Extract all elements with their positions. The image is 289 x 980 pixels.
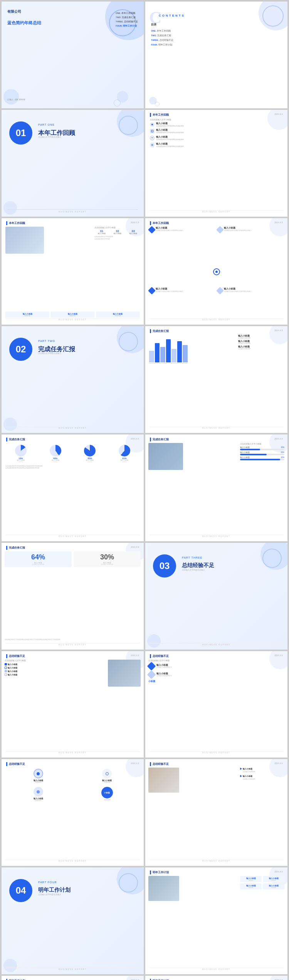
slide-title-18: 明年工作计划 <box>150 871 169 874</box>
slide-date-16: 20XX.X.X <box>274 762 283 764</box>
slides-grid: 有限公司 蓝色简约年终总结 汇报人：老K 20XX年 ONE. 本年工作回顾 T… <box>0 0 289 980</box>
slide-next-year-1: 明年工作计划 20XX.X.X 输入小标题 内容说明 输入小标题 内容说明 输入… <box>145 867 287 974</box>
bar-text-area: 输入小标题 点击输入内容说明 输入小标题 点击输入内容说明 输入小标题 点击输入… <box>238 335 284 351</box>
slide-title-9: 完成任务汇报 <box>6 438 25 441</box>
slide-date-14: 20XX.X.X <box>274 654 283 657</box>
bar-chart <box>149 335 188 364</box>
item-title-1: 输入小标题 <box>156 122 184 125</box>
slide-title-14: 总结经验不足 <box>150 654 169 658</box>
part-subtitle: 点击输入文字内容点击输入 <box>38 136 61 138</box>
business-text-15: BUSINESS REPORT <box>59 860 87 862</box>
business-text-5: BUSINESS REPORT <box>59 319 87 321</box>
item-title-2: 输入小标题 <box>156 129 184 131</box>
slide-date-6: 20XX.X.X <box>274 221 283 224</box>
item-content-4: 点击此处添加文字内容说明点击此处添加 <box>156 145 184 148</box>
slide-date-13: 20XX.X.X <box>131 654 139 657</box>
stat-items: 01 输入小标题 02 输入小标题 03 输入小标题 <box>94 230 141 234</box>
slide-experience-3: 总结经验不足 20XX.X.X 输入小标题 内容说明 输入小标题 内容说明 <box>2 759 144 866</box>
exp4-arrows: 输入小标题 点击输入内容说明 输入小标题 点击输入内容说明 <box>240 768 284 780</box>
part-four-num: 04 <box>9 879 32 902</box>
slide-title-8: 完成任务汇报 <box>150 329 169 333</box>
contents-label: CONTENTS <box>159 14 185 17</box>
item-content-3: 点击此处添加文字内容说明点击此处添加 <box>156 138 184 141</box>
slide-title-13: 总结经验不足 <box>6 654 25 658</box>
progress-bars: 点击此处输入文字小标题 输入小标题 45% 输入小标题 60% 输入小标题 90… <box>240 443 284 460</box>
slide-experience-2: 总结经验不足 20XX.X.X 点击此处输入文字小标题 输入小标题 点击输入内容… <box>145 651 287 758</box>
business-text-6: BUSINESS REPORT <box>202 319 230 321</box>
bottom-items: 输入小标题 添加内容 输入小标题 添加内容 输入小标题 添加内容 <box>5 312 140 318</box>
business-text-10: BUSINESS REPORT <box>202 535 230 537</box>
part-two-label: PART TWO <box>38 340 55 342</box>
exp-bullets: 点击此处输入文字小标题 输入小标题 输入小标题 输入小标题 输入小标题 <box>5 660 47 676</box>
next-boxes: 输入小标题 内容说明 输入小标题 内容说明 输入小标题 内容说明 输入小标题 内… <box>240 876 284 889</box>
stats-text: 点击此处添加文字内容说明点击此处添加文字内容 <box>94 236 141 240</box>
slide-cover: 有限公司 蓝色简约年终总结 汇报人：老K 20XX年 ONE. 本年工作回顾 T… <box>2 2 144 108</box>
exp-grid: 输入小标题 内容说明 输入小标题 内容说明 输入小标题 内容说明 小标题 <box>5 768 141 802</box>
slide-part-two: 02 PART TWO 完成任务汇报 点击输入文字内容点击输入 BUSINESS… <box>2 326 144 433</box>
slide-date-4: 20XX.X.X <box>274 113 283 115</box>
business-text-17: BUSINESS REPORT <box>59 968 87 970</box>
part-four-title: 明年工作计划 <box>38 887 71 894</box>
business-text-7: BUSINESS REPORT <box>59 427 87 429</box>
part-three-label: PART THREE <box>182 556 202 559</box>
small-label: 小标题 <box>148 680 155 683</box>
next-photo <box>148 876 179 901</box>
part-two-num: 02 <box>9 338 32 361</box>
part-three-title: 总结经验不足 <box>182 562 214 569</box>
icon-circle-4 <box>150 143 155 147</box>
slide-date-5: 20XX.X.X <box>131 221 139 224</box>
business-text-14: BUSINESS REPORT <box>202 752 230 754</box>
slide-experience-1: 总结经验不足 20XX.X.X 点击此处输入文字小标题 输入小标题 输入小标题 … <box>2 651 144 758</box>
business-text-18: BUSINESS REPORT <box>202 968 230 970</box>
business-text-12: BUSINESS REPORT <box>202 644 230 646</box>
slide-part-one: 01 PART ONE 本年工作回顾 点击输入文字内容点击输入 BUSINESS… <box>2 110 144 217</box>
part-two-sub: 点击输入文字内容点击输入 <box>38 352 61 354</box>
slide-date-18: 20XX.X.X <box>274 871 283 873</box>
part-four-label: PART FOUR <box>38 881 57 884</box>
donut-row: 15% 输入小标题 说明内容 40% 输入小标题 说明内容 85% 输入小标题 … <box>3 443 142 465</box>
business-text-16: BUSINESS REPORT <box>202 860 230 862</box>
stats-prompt: 点击此处输入文字小标题 <box>94 227 141 229</box>
toc-preview: ONE. 本年工作回顾 TWO. 完成任务汇报 THREE. 总结经验不足 FO… <box>116 11 138 28</box>
business-label: BUSINESS REPORT <box>59 211 87 213</box>
business-text-9: BUSINESS REPORT <box>59 535 87 537</box>
item-content-2: 点击此处添加文字内容说明点击此处添加 <box>156 131 184 134</box>
icon-circle-2 <box>150 129 155 133</box>
item-content-1: 点击此处添加文字内容说明点击此处添加 <box>156 125 184 127</box>
slide-date-8: 20XX.X.X <box>274 329 283 332</box>
exp-photo <box>108 660 141 687</box>
slide-title-11: 完成任务汇报 <box>6 546 25 550</box>
slide-part-three: 03 PART THREE 总结经验不足 点击输入文字内容点击输入 BUSINE… <box>145 543 287 650</box>
stats-description: 点击此处添加文字内容说明点击此处添加文字内容说明点击此处添加文字内容说明 <box>5 639 141 641</box>
stats-area: 点击此处输入文字小标题 01 输入小标题 02 输入小标题 03 输入小标题 点… <box>94 227 141 240</box>
photo-area <box>5 227 44 254</box>
business-text-4: BUSINESS REPORT <box>202 211 230 213</box>
company-name: 有限公司 <box>7 9 21 15</box>
slide-main-title: 蓝色简约年终总结 <box>7 20 41 25</box>
click-prompt: 点击此处输入文字小标题 <box>150 118 283 121</box>
item-title-3: 输入小标题 <box>156 136 184 138</box>
slide-date-11: 20XX.X.X <box>131 546 139 548</box>
slide-toc: C CONTENTS 目录 ONE. 本年工作回顾 TWO. 完成任务汇报 TH… <box>145 2 287 108</box>
slide-date-10: 20XX.X.X <box>274 438 283 440</box>
slide-title-16: 总结经验不足 <box>150 762 169 766</box>
slide-title-5: 本年工作回顾 <box>6 221 25 225</box>
business-text-13: BUSINESS REPORT <box>59 752 87 754</box>
slide-experience-4: 总结经验不足 20XX.X.X 输入小标题 点击输入内容说明 输入小标题 点击输… <box>145 759 287 866</box>
business-text-11: BUSINESS REPORT <box>59 644 87 646</box>
toc-title: 目录 <box>151 23 156 27</box>
slide-task-bar: 完成任务汇报 20XX.X.X 输入小标题 点击输入内容说明 输入小标题 点击输… <box>145 326 287 433</box>
toc-list: ONE. 本年工作回顾 TWO. 完成任务汇报 THREE. 总结经验不足 FO… <box>151 29 173 47</box>
slide-title-6: 本年工作回顾 <box>150 221 169 225</box>
slide-part-four: 04 PART FOUR 明年工作计划 点击输入文字内容点击输入 BUSINES… <box>2 867 144 974</box>
icon-circle-1 <box>150 122 155 127</box>
donut-text: 点击此处添加文字内容说明点击此处添加文字内容说明点击此处添加文字内容说明点击此处… <box>5 465 140 470</box>
slide-donut-charts: 完成任务汇报 20XX.X.X 15% 输入小标题 说明内容 40% 输入小标题… <box>2 434 144 541</box>
part-number: 01 <box>9 121 32 145</box>
slide-task-photo: 完成任务汇报 20XX.X.X 点击此处输入文字小标题 输入小标题 45% 输入… <box>145 434 287 541</box>
icon-circle-3 <box>150 136 155 140</box>
slide-work-review-3: 本年工作回顾 20XX.X.X 输入小标题 点击输入内容点击输入内容说明点击输入… <box>145 218 287 325</box>
slide-work-review-2: 本年工作回顾 20XX.X.X 点击此处输入文字小标题 01 输入小标题 02 … <box>2 218 144 325</box>
slide-work-review-1: 本年工作回顾 20XX.X.X 点击此处输入文字小标题 输入小标题 点击此处添加… <box>145 110 287 217</box>
meta-info: 汇报人：老K 20XX年 <box>7 98 25 101</box>
